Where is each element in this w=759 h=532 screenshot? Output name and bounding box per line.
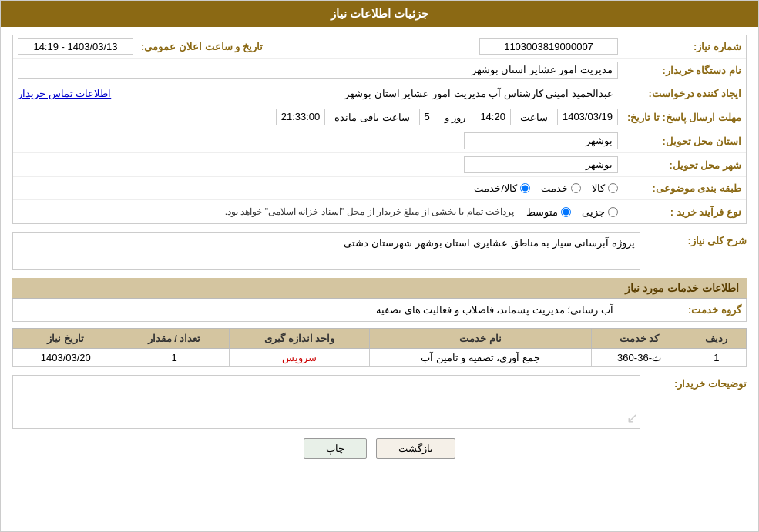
radio-khadamat[interactable]	[571, 183, 581, 193]
col-date: تاریخ نیاز	[13, 329, 119, 349]
buyerOrg-value: مدیریت امور عشایر استان بوشهر	[18, 62, 618, 79]
row-purchase-type: نوع فرآیند خرید : جزیی متوسط پرداخت تمام…	[13, 200, 746, 223]
cell-name: جمع آوری، تصفیه و تامین آب	[369, 349, 591, 367]
needNumber-label: شماره نیاز:	[618, 41, 741, 52]
replyDate-value: 1403/03/19	[557, 109, 618, 125]
col-unit: واحد اندازه گیری	[230, 329, 369, 349]
replyDays-value: 5	[419, 109, 435, 125]
purchaseType-radio-group: جزیی متوسط	[526, 206, 618, 218]
radio-jazei[interactable]	[608, 207, 618, 217]
contactInfo-link[interactable]: اطلاعات تماس خریدار	[18, 88, 111, 99]
serviceGroup-value: آب رسانی؛ مدیریت پسماند، فاضلاب و فعالیت…	[371, 303, 618, 317]
description-box: پروژه آبرسانی سیار به مناطق عشایری استان…	[12, 232, 640, 270]
cell-code: ث-36-360	[592, 349, 687, 367]
description-section: شرح کلی نیاز: پروژه آبرسانی سیار به مناط…	[12, 232, 747, 270]
row-buyer-org: نام دستگاه خریدار: مدیریت امور عشایر است…	[13, 59, 746, 82]
row-reply-deadline: مهلت ارسال پاسخ: تا تاریخ: 1403/03/19 سا…	[13, 105, 746, 129]
buyerOrg-label: نام دستگاه خریدار:	[618, 65, 741, 76]
creator-label: ایجاد کننده درخواست:	[618, 88, 741, 99]
cell-date: 1403/03/20	[13, 349, 119, 367]
deliveryCity-value: بوشهر	[464, 156, 618, 173]
serviceGroup-label: گروه خدمت:	[618, 304, 741, 316]
deliveryProvince-label: استان محل تحویل:	[618, 136, 741, 147]
page-header: جزئیات اطلاعات نیاز	[1, 1, 758, 27]
cell-row: 1	[687, 349, 746, 367]
buyerComment-label: توضیحات خریدار:	[646, 375, 747, 390]
row-creator: ایجاد کننده درخواست: عبدالحمید امینی کار…	[13, 82, 746, 105]
radio-kala[interactable]	[608, 183, 618, 193]
radio-motavasset[interactable]	[561, 207, 571, 217]
description-label: شرح کلی نیاز:	[646, 232, 747, 246]
replyTime-label: ساعت	[516, 110, 552, 125]
purchaseType-label: نوع فرآیند خرید :	[618, 206, 741, 218]
col-name: نام خدمت	[369, 329, 591, 349]
deliveryProvince-value: بوشهر	[464, 132, 618, 149]
table-row: 1ث-36-360جمع آوری، تصفیه و تامین آبسرویس…	[13, 349, 747, 367]
cell-unit: سرویس	[230, 349, 369, 367]
category-label: طبقه بندی موضوعی:	[618, 182, 741, 194]
replyDeadline-label: مهلت ارسال پاسخ: تا تاریخ:	[618, 112, 741, 123]
replyDays-label: روز و	[440, 110, 471, 125]
col-code: کد خدمت	[592, 329, 687, 349]
buyerComment-section: توضیحات خریدار: ↙	[12, 375, 747, 429]
category-kala: کالا	[592, 182, 618, 194]
announceDate-label: تاریخ و ساعت اعلان عمومی:	[133, 41, 263, 52]
page-title: جزئیات اطلاعات نیاز	[331, 7, 428, 20]
radio-kala-khadamat[interactable]	[520, 183, 530, 193]
category-radio-group: کالا خدمت کالا/خدمت	[474, 182, 618, 194]
back-button[interactable]: بازگشت	[376, 438, 455, 459]
purchaseType-motavasset: متوسط	[526, 206, 571, 218]
service-table-body: 1ث-36-360جمع آوری، تصفیه و تامین آبسرویس…	[13, 349, 747, 367]
row-delivery-city: شهر محل تحویل: بوشهر	[13, 153, 746, 177]
row-need-number: شماره نیاز: 1103003819000007 تاریخ و ساع…	[13, 35, 746, 59]
serviceInfo-title: اطلاعات خدمات مورد نیاز	[12, 278, 747, 299]
purchaseType-jazei: جزیی	[582, 206, 618, 218]
row-delivery-province: استان محل تحویل: بوشهر	[13, 129, 746, 153]
replyTime-value: 14:20	[475, 109, 511, 125]
print-button[interactable]: چاپ	[304, 438, 367, 459]
description-value: پروژه آبرسانی سیار به مناطق عشایری استان…	[344, 237, 635, 249]
service-table: ردیف کد خدمت نام خدمت واحد اندازه گیری ت…	[12, 328, 747, 367]
category-khadamat: خدمت	[541, 182, 581, 194]
creator-value: عبدالحمید امینی کارشناس آب مدیریت امور ع…	[111, 86, 618, 101]
purchaseType-note: پرداخت تمام یا بخشی از مبلغ خریدار از مح…	[18, 205, 519, 219]
col-qty: تعداد / مقدار	[119, 329, 230, 349]
buyerComment-box: ↙	[12, 375, 640, 429]
row-category: طبقه بندی موضوعی: کالا خدمت کالا/خدمت	[13, 177, 746, 200]
resize-handle: ↙	[626, 410, 638, 427]
replyRemain-value: 21:33:00	[276, 109, 326, 125]
col-row: ردیف	[687, 329, 746, 349]
needNumber-value: 1103003819000007	[479, 38, 618, 55]
table-header: ردیف کد خدمت نام خدمت واحد اندازه گیری ت…	[13, 329, 747, 349]
cell-qty: 1	[119, 349, 230, 367]
button-row: بازگشت چاپ	[12, 429, 747, 465]
announceDate-value: 1403/03/13 - 14:19	[18, 38, 133, 55]
row-service-group: گروه خدمت: آب رسانی؛ مدیریت پسماند، فاضل…	[12, 299, 747, 322]
category-kala-khadamat: کالا/خدمت	[474, 182, 530, 194]
replyRemain-label: ساعت باقی مانده	[330, 110, 414, 125]
main-form: شماره نیاز: 1103003819000007 تاریخ و ساع…	[12, 35, 747, 224]
deliveryCity-label: شهر محل تحویل:	[618, 159, 741, 171]
